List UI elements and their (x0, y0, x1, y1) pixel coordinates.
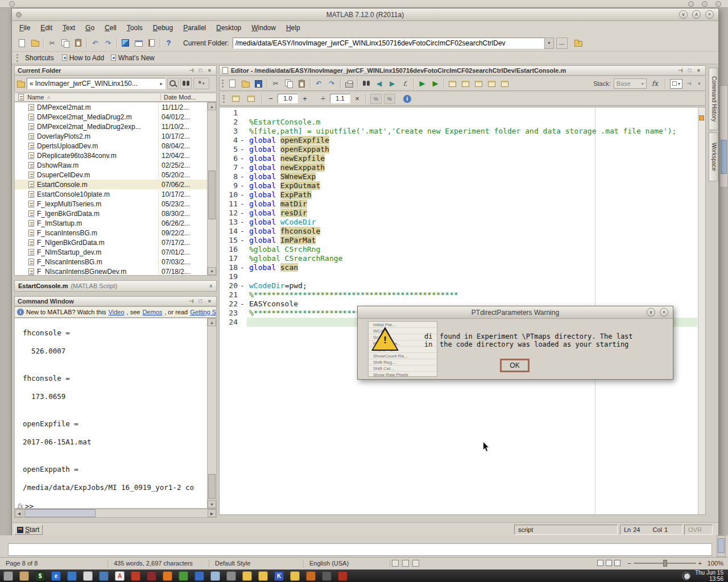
taskbar-icon-terminal[interactable]: $ (35, 571, 45, 581)
menu-desktop[interactable]: Desktop (211, 22, 246, 34)
browse-button[interactable]: ... (556, 38, 568, 49)
cell-insert-button[interactable] (229, 92, 242, 105)
code-line[interactable]: 2%EstartConsole.m (220, 118, 697, 127)
cut-button[interactable]: ✂ (269, 77, 282, 90)
taskbar-icon-matlab[interactable] (338, 571, 348, 581)
findfx-button[interactable]: f. (399, 77, 412, 90)
writer-signature-icon[interactable] (392, 560, 399, 567)
taskbar-icon-blue[interactable] (195, 571, 204, 581)
taskbar-icon-browser[interactable]: e (51, 571, 61, 581)
code-line[interactable]: 10-global ExpPath (220, 190, 697, 199)
menu-text[interactable]: Text (57, 22, 80, 34)
undock-button[interactable]: ⊣ (188, 298, 195, 305)
column-header-name[interactable]: Name (27, 94, 44, 101)
find-button[interactable] (359, 77, 373, 90)
column-divider[interactable] (160, 94, 161, 101)
clock[interactable]: Thu Jun 15 13:56 (695, 569, 723, 582)
value-factor-input[interactable]: 1.1 (330, 94, 350, 103)
undo-button[interactable]: ↶ (312, 77, 325, 90)
command-window-panel-header[interactable]: Command Window ⊣□× (14, 296, 217, 306)
taskbar-icon-orange[interactable] (163, 571, 172, 581)
scroll-right-icon[interactable]: ▶ (208, 509, 216, 517)
mlint-indicator-strip[interactable] (698, 107, 705, 514)
menu-edit[interactable]: Edit (35, 22, 57, 34)
file-row[interactable]: F_NImStartup_dev.m07/01/2... (15, 247, 207, 257)
ok-button[interactable]: OK (501, 360, 528, 371)
paste-button[interactable] (72, 36, 85, 49)
file-list-scrollbar[interactable]: ▲ ▼ (207, 102, 216, 275)
shade-button[interactable]: ∨ (679, 10, 688, 19)
copy-button[interactable] (59, 36, 72, 49)
multiply-value-button[interactable]: × (353, 94, 362, 103)
file-row[interactable]: DReplicate96to384conv.m12/04/2... (15, 151, 207, 160)
copy-button[interactable] (282, 77, 295, 90)
taskbar-icon-folder1[interactable] (242, 571, 252, 581)
scrollbar-thumb[interactable] (208, 474, 216, 499)
taskbar-icon-archive[interactable] (19, 571, 29, 581)
column-header-date[interactable]: Date Mod... (164, 94, 196, 101)
file-row[interactable]: F_NIscanIntensBG.m07/03/2... (15, 257, 207, 267)
editor-panel-header[interactable]: Editor - /media/data/EASY/InovImager_jwr… (219, 65, 706, 76)
file-row[interactable]: F_ImStartup.m06/26/2... (15, 218, 207, 228)
redo-button[interactable]: ↷ (325, 77, 338, 90)
redo-button[interactable]: ↷ (102, 36, 115, 49)
maximize-button[interactable]: □ (197, 67, 204, 74)
dialog-titlebar[interactable]: PTdirectParameters Warning ∨× (358, 306, 673, 319)
cut-button[interactable]: ✂ (46, 36, 59, 49)
close-button[interactable]: × (660, 308, 668, 317)
start-button[interactable]: Start (14, 525, 43, 535)
taskbar-icon-k[interactable]: K (274, 571, 284, 581)
file-list-header[interactable]: Name △ Date Mod... (14, 93, 217, 102)
menu-cell[interactable]: Cell (100, 22, 122, 34)
maximize-button[interactable]: □ (686, 67, 693, 74)
close-button[interactable]: × (206, 67, 213, 74)
shortcut-what-s-new[interactable]: What's New (111, 54, 155, 62)
file-row[interactable]: DpertsUploadDev.m08/04/2... (15, 141, 207, 151)
file-row[interactable]: DMPexcel2mat_MediaDrug2.m04/01/2... (15, 112, 207, 122)
actions-button[interactable]: *▾ (193, 78, 209, 89)
up-one-level-button[interactable] (572, 36, 585, 49)
file-row[interactable]: F_NIscanIntensBGnewDev.m07/18/2... (15, 267, 207, 276)
print-button[interactable] (342, 77, 355, 90)
taskbar-icon-gimp[interactable] (322, 571, 332, 581)
scrollbar-thumb[interactable] (208, 171, 216, 219)
zoom-slider-thumb[interactable] (663, 560, 667, 567)
command-window-hscrollbar[interactable]: ◀ ▶ (14, 509, 217, 518)
scroll-down-icon[interactable]: ▼ (208, 500, 216, 508)
collapse-icon[interactable]: ∧ (209, 283, 213, 289)
taskbar-icon-texteditor[interactable] (83, 571, 93, 581)
file-row[interactable]: EstartConsole.m07/06/2... (15, 180, 207, 189)
file-row[interactable]: EstartConsole10plate.m10/17/2... (15, 189, 207, 199)
cell2-button[interactable] (459, 77, 472, 90)
shortcut-how-to-add[interactable]: How to Add (62, 54, 104, 62)
new-button[interactable] (226, 77, 239, 90)
taskbar-icon-lightblue[interactable] (210, 571, 220, 581)
warning-dialog[interactable]: PTdirectParameters Warning ∨× Initial Pa… (357, 306, 673, 380)
stack-select[interactable]: Base▾ (614, 78, 647, 89)
value-step-input[interactable]: 1.0 (278, 94, 298, 103)
taskbar-icon-grey[interactable] (226, 571, 236, 581)
cell3-button[interactable] (472, 77, 485, 90)
breadcrumb[interactable]: « InovImager_jwrCF_WINLinx150... ▸ (27, 78, 166, 89)
code-line[interactable]: 13-global wCodeDir (220, 218, 697, 227)
info-icon[interactable]: i (403, 95, 411, 103)
zoom-out-icon[interactable]: − (627, 560, 631, 567)
matlab-titlebar[interactable]: MATLAB 7.12.0 (R2011a) ∨∧× (12, 9, 718, 21)
toolbar-grip[interactable] (222, 80, 224, 88)
code-line[interactable]: 3%[file,path] = uiputfile('.mat','Create… (220, 127, 697, 136)
menu-window[interactable]: Window (246, 22, 281, 34)
notebook-button[interactable] (145, 36, 158, 49)
forward-button[interactable]: ▶ (386, 77, 399, 90)
simulink-button[interactable] (119, 36, 132, 49)
split-view-select[interactable]: ▾ (670, 79, 682, 89)
cell1-button[interactable] (446, 77, 459, 90)
close-button[interactable]: × (705, 10, 714, 19)
scroll-left-icon[interactable]: ◀ (15, 509, 23, 517)
undo-button[interactable]: ↶ (89, 36, 102, 49)
shade-button[interactable]: ∨ (647, 308, 655, 317)
code-line[interactable]: 19 (220, 272, 697, 281)
current-folder-panel-header[interactable]: Current Folder ⊣□× (14, 65, 217, 76)
code-line[interactable]: 20-wCodeDir=pwd; (220, 281, 697, 290)
code-line[interactable]: 9-global ExpOutmat (220, 181, 697, 190)
taskbar-icon-maroon[interactable] (147, 571, 156, 581)
